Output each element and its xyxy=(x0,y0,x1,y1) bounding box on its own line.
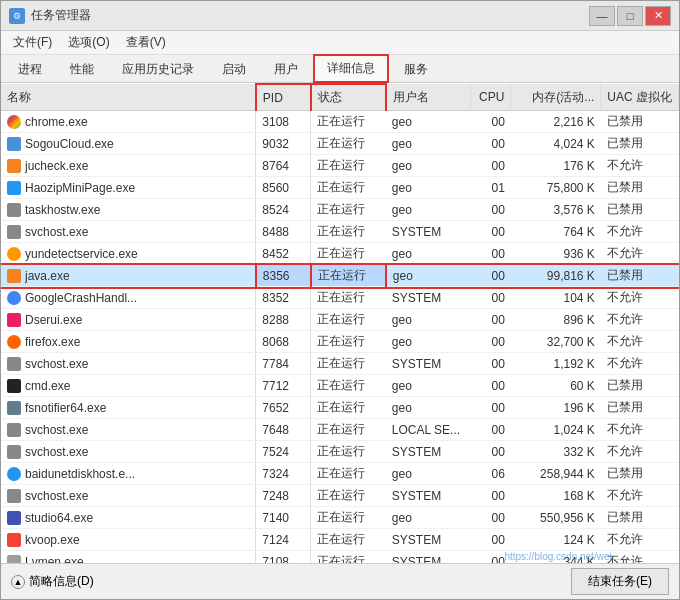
process-icon xyxy=(7,423,21,437)
process-uac: 已禁用 xyxy=(601,375,679,397)
tab-processes[interactable]: 进程 xyxy=(5,56,55,82)
process-uac: 不允许 xyxy=(601,419,679,441)
tab-services[interactable]: 服务 xyxy=(391,56,441,82)
process-icon xyxy=(7,511,21,525)
process-name-cell: GoogleCrashHandl... xyxy=(1,287,256,309)
process-memory: 258,944 K xyxy=(511,463,601,485)
process-icon xyxy=(7,181,21,195)
process-uac: 已禁用 xyxy=(601,177,679,199)
table-row[interactable]: Dserui.exe8288正在运行geo00896 K不允许 xyxy=(1,309,679,331)
table-row[interactable]: svchost.exe7648正在运行LOCAL SE...001,024 K不… xyxy=(1,419,679,441)
process-user: geo xyxy=(386,111,471,133)
menu-view[interactable]: 查看(V) xyxy=(118,32,174,53)
table-row[interactable]: cmd.exe7712正在运行geo0060 K已禁用 xyxy=(1,375,679,397)
process-status: 正在运行 xyxy=(311,133,386,155)
table-row[interactable]: baidunetdiskhost.e...7324正在运行geo06258,94… xyxy=(1,463,679,485)
process-name: studio64.exe xyxy=(25,511,93,525)
table-row[interactable]: java.exe8356正在运行geo0099,816 K已禁用 xyxy=(1,265,679,287)
process-name: SogouCloud.exe xyxy=(25,137,114,151)
process-memory: 4,024 K xyxy=(511,133,601,155)
process-name: baidunetdiskhost.e... xyxy=(25,467,135,481)
process-memory: 550,956 K xyxy=(511,507,601,529)
process-uac: 已禁用 xyxy=(601,397,679,419)
table-row[interactable]: fsnotifier64.exe7652正在运行geo00196 K已禁用 xyxy=(1,397,679,419)
process-user: geo xyxy=(386,397,471,419)
col-status[interactable]: 状态 xyxy=(311,84,386,111)
process-user: geo xyxy=(386,265,471,287)
table-row[interactable]: jucheck.exe8764正在运行geo00176 K不允许 xyxy=(1,155,679,177)
process-user: SYSTEM xyxy=(386,485,471,507)
process-icon xyxy=(7,533,21,547)
table-row[interactable]: svchost.exe8488正在运行SYSTEM00764 K不允许 xyxy=(1,221,679,243)
process-pid: 7524 xyxy=(256,441,311,463)
maximize-button[interactable]: □ xyxy=(617,6,643,26)
minimize-button[interactable]: — xyxy=(589,6,615,26)
process-cpu: 00 xyxy=(471,331,511,353)
process-memory: 1,024 K xyxy=(511,419,601,441)
col-pid[interactable]: PID xyxy=(256,84,311,111)
process-user: geo xyxy=(386,463,471,485)
tab-startup[interactable]: 启动 xyxy=(209,56,259,82)
table-row[interactable]: SogouCloud.exe9032正在运行geo004,024 K已禁用 xyxy=(1,133,679,155)
tab-performance[interactable]: 性能 xyxy=(57,56,107,82)
col-memory[interactable]: 内存(活动... xyxy=(511,84,601,111)
process-name: svchost.exe xyxy=(25,423,88,437)
process-pid: 8764 xyxy=(256,155,311,177)
tab-bar: 进程 性能 应用历史记录 启动 用户 详细信息 服务 xyxy=(1,55,679,83)
tab-app-history[interactable]: 应用历史记录 xyxy=(109,56,207,82)
process-name: svchost.exe xyxy=(25,489,88,503)
process-user: geo xyxy=(386,309,471,331)
process-memory: 3,576 K xyxy=(511,199,601,221)
expand-icon[interactable]: ▲ xyxy=(11,575,25,589)
table-row[interactable]: HaozipMiniPage.exe8560正在运行geo0175,800 K已… xyxy=(1,177,679,199)
process-user: geo xyxy=(386,155,471,177)
process-icon xyxy=(7,335,21,349)
process-icon xyxy=(7,137,21,151)
process-uac: 不允许 xyxy=(601,221,679,243)
process-user: geo xyxy=(386,177,471,199)
table-row[interactable]: svchost.exe7248正在运行SYSTEM00168 K不允许 xyxy=(1,485,679,507)
table-row[interactable]: GoogleCrashHandl...8352正在运行SYSTEM00104 K… xyxy=(1,287,679,309)
tab-details[interactable]: 详细信息 xyxy=(313,54,389,83)
process-user: LOCAL SE... xyxy=(386,419,471,441)
process-icon xyxy=(7,313,21,327)
process-name: kvoop.exe xyxy=(25,533,80,547)
process-cpu: 00 xyxy=(471,133,511,155)
process-name-cell: chrome.exe xyxy=(1,111,256,133)
process-status: 正在运行 xyxy=(311,199,386,221)
process-cpu: 00 xyxy=(471,419,511,441)
table-row[interactable]: yundetectservice.exe8452正在运行geo00936 K不允… xyxy=(1,243,679,265)
process-memory: 1,192 K xyxy=(511,353,601,375)
table-row[interactable]: studio64.exe7140正在运行geo00550,956 K已禁用 xyxy=(1,507,679,529)
tab-users[interactable]: 用户 xyxy=(261,56,311,82)
close-button[interactable]: ✕ xyxy=(645,6,671,26)
process-status: 正在运行 xyxy=(311,551,386,564)
expand-label[interactable]: 简略信息(D) xyxy=(29,573,94,590)
process-name-cell: svchost.exe xyxy=(1,441,256,463)
process-memory: 896 K xyxy=(511,309,601,331)
col-uac[interactable]: UAC 虚拟化 xyxy=(601,84,679,111)
table-row[interactable]: taskhostw.exe8524正在运行geo003,576 K已禁用 xyxy=(1,199,679,221)
process-pid: 3108 xyxy=(256,111,311,133)
process-cpu: 00 xyxy=(471,111,511,133)
table-row[interactable]: kvoop.exe7124正在运行SYSTEM00124 K不允许 xyxy=(1,529,679,551)
table-row[interactable]: svchost.exe7784正在运行SYSTEM001,192 K不允许 xyxy=(1,353,679,375)
col-cpu[interactable]: CPU xyxy=(471,84,511,111)
menu-options[interactable]: 选项(O) xyxy=(60,32,117,53)
process-table-container[interactable]: 名称 PID 状态 用户名 CPU 内存(活动... UAC 虚拟化 chrom… xyxy=(1,83,679,563)
process-icon xyxy=(7,357,21,371)
col-name[interactable]: 名称 xyxy=(1,84,256,111)
table-row[interactable]: firefox.exe8068正在运行geo0032,700 K不允许 xyxy=(1,331,679,353)
process-memory: 75,800 K xyxy=(511,177,601,199)
end-task-button[interactable]: 结束任务(E) xyxy=(571,568,669,595)
process-pid: 8068 xyxy=(256,331,311,353)
process-name-cell: HaozipMiniPage.exe xyxy=(1,177,256,199)
menu-file[interactable]: 文件(F) xyxy=(5,32,60,53)
table-row[interactable]: svchost.exe7524正在运行SYSTEM00332 K不允许 xyxy=(1,441,679,463)
process-pid: 7108 xyxy=(256,551,311,564)
table-row[interactable]: chrome.exe3108正在运行geo002,216 K已禁用 xyxy=(1,111,679,133)
process-name: svchost.exe xyxy=(25,225,88,239)
col-user[interactable]: 用户名 xyxy=(386,84,471,111)
bottom-bar: ▲ 简略信息(D) 结束任务(E) xyxy=(1,563,679,599)
process-name: HaozipMiniPage.exe xyxy=(25,181,135,195)
